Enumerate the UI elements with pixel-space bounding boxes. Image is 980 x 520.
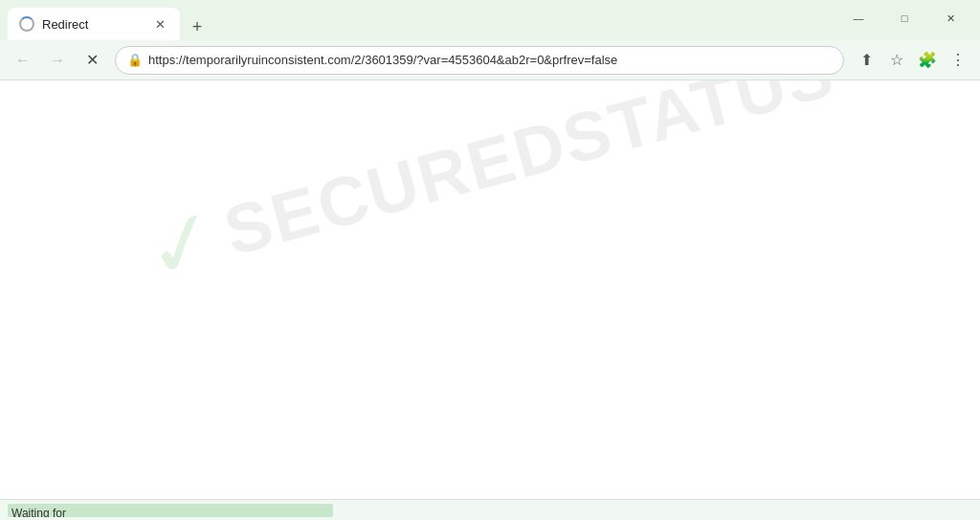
- toolbar-right-controls: ⬆ ☆ 🧩 ⋮: [852, 46, 972, 75]
- tab-loading-spinner: [19, 16, 34, 32]
- lock-icon: 🔒: [127, 53, 143, 67]
- back-icon: ←: [15, 52, 31, 69]
- tabs-area: Redirect ✕ +: [8, 0, 836, 40]
- maximize-button[interactable]: □: [882, 4, 926, 33]
- status-progress-bar: Waiting for: [8, 504, 333, 517]
- menu-icon: ⋮: [950, 51, 966, 69]
- extensions-button[interactable]: 🧩: [913, 46, 942, 75]
- back-button[interactable]: ←: [8, 45, 38, 76]
- status-text: Waiting for: [8, 507, 66, 517]
- active-tab[interactable]: Redirect ✕: [8, 8, 180, 40]
- status-bar: Waiting for: [0, 499, 980, 520]
- share-icon: ⬆: [860, 51, 873, 69]
- minimize-button[interactable]: —: [836, 4, 880, 33]
- new-tab-button[interactable]: +: [184, 13, 211, 40]
- page-content: ✓ SECUREDSTATUS: [0, 80, 980, 499]
- window-controls: — □ ✕: [836, 0, 972, 33]
- share-button[interactable]: ⬆: [852, 46, 880, 75]
- watermark-text: SECUREDSTATUS: [216, 80, 842, 270]
- watermark-checkmark: ✓: [137, 193, 229, 295]
- extensions-icon: 🧩: [918, 51, 937, 69]
- tab-title: Redirect: [42, 17, 144, 32]
- menu-button[interactable]: ⋮: [944, 46, 972, 75]
- forward-button[interactable]: →: [42, 45, 73, 76]
- close-button[interactable]: ✕: [928, 4, 972, 33]
- url-text: https://temporarilyruinconsistent.com/2/…: [148, 53, 832, 67]
- reload-button[interactable]: ✕: [77, 45, 107, 76]
- bookmark-icon: ☆: [890, 51, 903, 69]
- reload-icon: ✕: [86, 51, 99, 69]
- forward-icon: →: [50, 52, 65, 69]
- watermark: ✓ SECUREDSTATUS: [137, 80, 843, 295]
- bookmark-button[interactable]: ☆: [882, 46, 911, 75]
- toolbar: ← → ✕ 🔒 https://temporarilyruinconsisten…: [0, 40, 980, 80]
- tab-close-button[interactable]: ✕: [151, 15, 168, 33]
- address-bar[interactable]: 🔒 https://temporarilyruinconsistent.com/…: [115, 46, 844, 75]
- title-bar: Redirect ✕ + — □ ✕: [0, 0, 980, 40]
